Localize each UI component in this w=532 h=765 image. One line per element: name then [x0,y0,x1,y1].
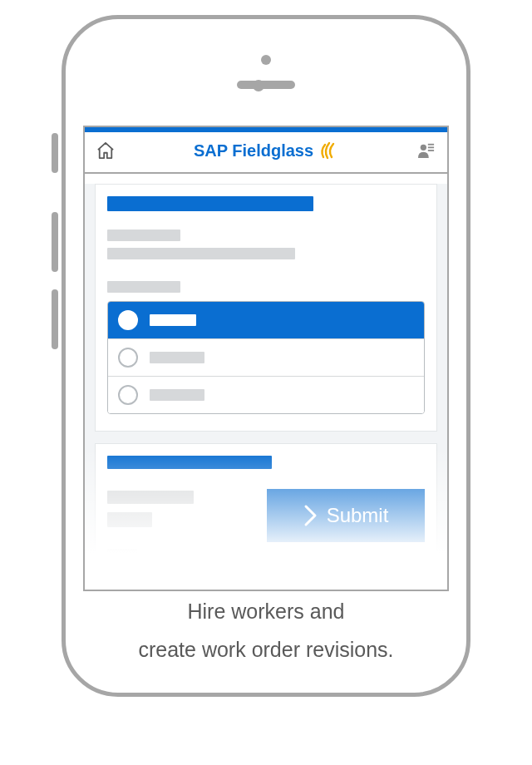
submit-button-label: Submit [327,504,389,527]
app-screen: SAP Fieldglass [83,126,449,591]
form-card-1 [95,184,437,432]
radio-option-3[interactable] [108,376,424,413]
form-card-2: Submit [95,443,437,578]
caption-line-2: create work order revisions. [0,630,532,669]
brand-logo-icon [318,141,338,160]
radio-label-placeholder [150,389,204,401]
submit-button[interactable]: Submit [267,489,425,542]
field-label-placeholder [107,549,137,560]
field-label-placeholder [107,230,180,241]
radio-indicator-icon [118,348,138,368]
phone-volume-up [52,212,58,272]
field-label-placeholder [107,281,180,293]
phone-speaker [237,81,295,89]
field-label-placeholder [107,491,194,504]
section-title-placeholder [107,196,313,211]
section-title-placeholder [107,456,272,469]
radio-label-placeholder [150,314,196,326]
caption-line-1: Hire workers and [0,592,532,630]
brand-text: SAP Fieldglass [194,141,313,160]
radio-group [107,301,425,414]
field-value-placeholder [107,512,152,527]
field-value-placeholder [107,248,295,259]
phone-volume-down [52,289,58,349]
content-panel: Submit [85,184,447,578]
radio-indicator-icon [118,310,138,330]
brand: SAP Fieldglass [194,141,338,160]
chevron-right-icon [303,504,318,527]
phone-camera [261,55,271,65]
home-icon[interactable] [96,142,115,159]
radio-indicator-icon [118,385,138,405]
caption: Hire workers and create work order revis… [0,592,532,669]
user-menu-icon[interactable] [417,142,436,159]
radio-option-2[interactable] [108,338,424,376]
svg-point-0 [421,145,426,151]
app-header: SAP Fieldglass [85,132,447,174]
radio-label-placeholder [150,352,204,363]
radio-option-1[interactable] [108,302,424,338]
phone-side-button [52,133,58,173]
